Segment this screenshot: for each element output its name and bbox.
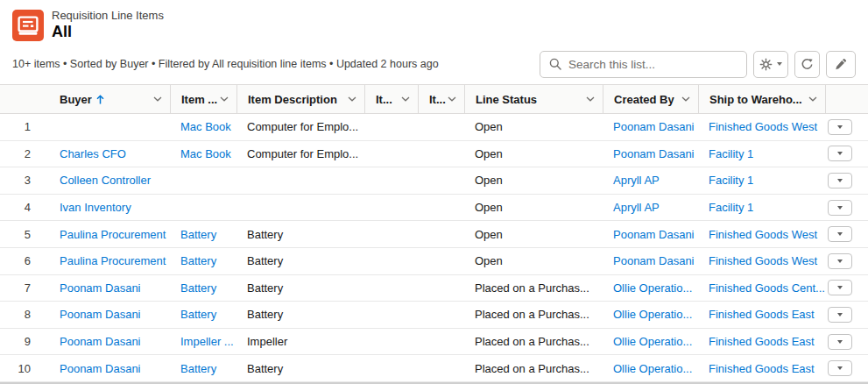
item-link[interactable]: Battery (170, 221, 236, 247)
created-by-link[interactable]: Ollie Operatio... (603, 355, 698, 381)
buyer-link[interactable]: Colleen Controller (42, 167, 170, 194)
chevron-down-icon[interactable] (401, 96, 410, 102)
column-header-line-status[interactable]: Line Status (464, 85, 603, 113)
it2-cell (418, 248, 464, 274)
ship-to-warehouse-link[interactable]: Finished Goods West (698, 221, 825, 247)
row-actions-button[interactable] (828, 360, 852, 376)
created-by-link[interactable]: Ollie Operatio... (603, 302, 698, 328)
ship-to-warehouse-link[interactable]: Finished Goods Cent... (698, 275, 825, 302)
item-link[interactable] (170, 195, 236, 221)
ship-to-warehouse-link[interactable]: Finished Goods West (698, 114, 825, 140)
buyer-link[interactable]: Poonam Dasani (42, 275, 170, 302)
line-status-cell: Placed on a Purchas... (464, 329, 603, 355)
row-number: 8 (0, 302, 42, 328)
item-description-cell (236, 195, 364, 221)
created-by-link[interactable]: Poonam Dasani (603, 114, 698, 140)
it1-cell (364, 275, 418, 302)
row-actions-button[interactable] (828, 119, 852, 135)
row-actions-button[interactable] (828, 200, 852, 216)
item-link[interactable] (170, 167, 236, 194)
ship-to-warehouse-link[interactable]: Finished Goods East (698, 302, 825, 328)
item-link[interactable]: Battery (170, 275, 236, 302)
list-settings-button[interactable] (753, 51, 788, 78)
item-description-cell: Computer for Emplo... (236, 141, 364, 167)
column-header-item[interactable]: Item ... (170, 85, 236, 113)
created-by-link[interactable]: Apryll AP (603, 195, 698, 221)
chevron-down-icon[interactable] (681, 96, 690, 102)
item-link[interactable]: Battery (170, 355, 236, 381)
item-link[interactable]: Battery (170, 302, 236, 328)
row-number: 5 (0, 221, 42, 247)
buyer-link[interactable]: Ivan Inventory (42, 195, 170, 221)
item-description-cell (236, 167, 364, 194)
sort-ascending-icon (96, 95, 104, 104)
line-status-cell: Open (464, 248, 603, 274)
row-actions-button[interactable] (828, 280, 852, 295)
created-by-link[interactable]: Ollie Operatio... (603, 275, 698, 302)
line-status-cell: Placed on a Purchas... (464, 355, 603, 381)
created-by-link[interactable]: Poonam Dasani (603, 248, 698, 274)
ship-to-warehouse-link[interactable]: Facility 1 (698, 195, 825, 221)
it2-cell (418, 275, 464, 302)
column-header-item-description[interactable]: Item Description (236, 85, 364, 113)
edit-list-button[interactable] (826, 51, 856, 78)
row-number: 7 (0, 275, 42, 302)
list-status-line: 10+ items • Sorted by Buyer • Filtered b… (12, 58, 439, 70)
buyer-link[interactable]: Poonam Dasani (42, 355, 170, 381)
buyer-link[interactable]: Poonam Dasani (42, 329, 170, 355)
refresh-button[interactable] (794, 51, 820, 78)
chevron-down-icon[interactable] (448, 96, 456, 102)
buyer-link[interactable]: Poonam Dasani (42, 302, 170, 328)
row-actions-button[interactable] (828, 307, 852, 323)
ship-to-warehouse-link[interactable]: Facility 1 (698, 141, 825, 167)
created-by-link[interactable]: Apryll AP (603, 167, 698, 194)
it1-cell (364, 248, 418, 274)
chevron-down-icon[interactable] (586, 96, 595, 102)
search-box[interactable] (540, 51, 747, 78)
it2-cell (418, 114, 464, 140)
column-header-it1[interactable]: It... (364, 85, 418, 113)
created-by-link[interactable]: Poonam Dasani (603, 221, 698, 247)
row-actions-button[interactable] (828, 146, 852, 161)
column-header-it2[interactable]: It... (418, 85, 464, 113)
column-header-buyer[interactable]: Buyer (42, 85, 170, 113)
buyer-link[interactable]: Paulina Procurement (42, 221, 170, 247)
dropdown-triangle-icon (837, 152, 843, 155)
row-actions-button[interactable] (828, 226, 852, 242)
table-header-row: Buyer Item ... Item Description It... (0, 84, 868, 114)
dropdown-triangle-icon (837, 340, 843, 344)
item-link[interactable]: Mac Book (170, 114, 236, 140)
dropdown-triangle-icon (837, 232, 843, 236)
chevron-down-icon[interactable] (348, 96, 356, 102)
item-link[interactable]: Mac Book (170, 141, 236, 167)
created-by-link[interactable]: Ollie Operatio... (603, 329, 698, 355)
chevron-down-icon[interactable] (220, 96, 229, 102)
dropdown-triangle-icon (837, 286, 843, 289)
table-row: 1 Mac Book Computer for Emplo... Open Po… (0, 114, 868, 141)
chevron-down-icon (777, 62, 782, 66)
chevron-down-icon[interactable] (808, 96, 817, 102)
row-number: 6 (0, 248, 42, 274)
ship-to-warehouse-link[interactable]: Facility 1 (698, 167, 825, 194)
chevron-down-icon[interactable] (153, 96, 162, 102)
buyer-link[interactable]: Charles CFO (42, 141, 170, 167)
created-by-link[interactable]: Poonam Dasani (603, 141, 698, 167)
row-actions-button[interactable] (828, 173, 852, 188)
buyer-link[interactable] (42, 114, 170, 140)
column-header-ship-to-warehouse[interactable]: Ship to Wareho... (698, 85, 825, 113)
item-link[interactable]: Battery (170, 248, 236, 274)
row-actions-button[interactable] (828, 253, 852, 269)
item-link[interactable]: Impeller ... (170, 329, 236, 355)
row-number: 3 (0, 167, 42, 194)
buyer-link[interactable]: Paulina Procurement (42, 248, 170, 274)
ship-to-warehouse-link[interactable]: Finished Goods West (698, 248, 825, 274)
line-status-cell: Open (464, 221, 603, 247)
ship-to-warehouse-link[interactable]: Finished Goods East (698, 329, 825, 355)
search-input[interactable] (568, 58, 737, 71)
page-title[interactable]: All (52, 23, 164, 41)
line-status-cell: Open (464, 195, 603, 221)
column-header-created-by[interactable]: Created By (603, 85, 698, 113)
table-row: 8 Poonam Dasani Battery Battery Placed o… (0, 302, 868, 329)
ship-to-warehouse-link[interactable]: Finished Goods East (698, 355, 825, 381)
row-actions-button[interactable] (828, 334, 852, 350)
